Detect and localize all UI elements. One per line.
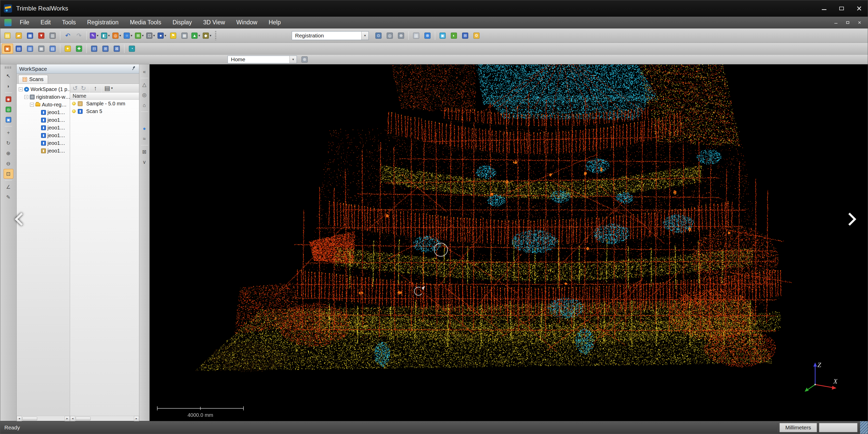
tree-item[interactable]: ▮jeoo1… (17, 132, 70, 139)
refine-registration-icon[interactable]: ⊕ (395, 31, 407, 41)
measure-tool-icon[interactable]: ∠ (4, 182, 13, 192)
scroll-right-button[interactable]: ► (65, 416, 70, 421)
menu-item-media-tools[interactable]: Media Tools (124, 19, 167, 26)
save-all-icon[interactable]: ▼ (36, 31, 47, 41)
menu-item-display[interactable]: Display (167, 19, 197, 26)
close-view-icon[interactable]: ⊠ (111, 43, 122, 54)
view-home-icon[interactable]: ⌂ (140, 100, 149, 110)
menu-item-help[interactable]: Help (263, 19, 286, 26)
tree-item[interactable]: ▮jeoo1… (17, 108, 70, 116)
view-mode-icon[interactable]: ▤▾ (103, 85, 114, 92)
orbit-tool-icon[interactable]: ↻ (4, 138, 13, 148)
target-marker-icon[interactable]: ◎ (4, 105, 13, 114)
tree-item[interactable]: −●WorkSpace (1 p… (17, 86, 70, 93)
registration-report-icon[interactable]: ▥ (410, 31, 422, 41)
split-vertical-icon[interactable]: ⊞ (100, 43, 111, 54)
collapse-panel-icon[interactable]: « (140, 67, 149, 76)
zoom-in-icon[interactable]: ⊕ (4, 148, 13, 158)
list-column-header-name[interactable]: Name (70, 93, 139, 100)
annotate-tool-icon[interactable]: ✎ (4, 192, 13, 202)
fit-geometry-icon[interactable]: ○▾ (122, 31, 134, 41)
georeferencing-icon[interactable]: ⊗ (422, 31, 433, 41)
pin-icon[interactable] (131, 66, 136, 72)
survey-tools-icon[interactable]: ⊞ (460, 31, 471, 41)
zoom-out-icon[interactable]: ⊖ (4, 159, 13, 168)
select-tool-icon[interactable]: ↖ (4, 71, 13, 81)
scroll-left-button[interactable]: ◄ (70, 416, 75, 421)
scroll-right-button[interactable]: ► (134, 416, 139, 421)
mdi-restore-button[interactable] (843, 19, 853, 26)
cone-tool-icon[interactable]: ▲▾ (190, 31, 202, 41)
target-register-icon[interactable]: ◎ (384, 31, 395, 41)
render-sphere-icon[interactable] (140, 113, 149, 123)
registration-combobox-dropdown-icon[interactable]: ▾ (361, 32, 368, 40)
redo-icon[interactable]: ↷ (73, 31, 85, 41)
target-analyzer-icon[interactable]: ◎▾ (111, 31, 122, 41)
tree-item[interactable]: ▮jeoo1… (17, 139, 70, 147)
3d-viewport[interactable]: 4000.0 mm Z X (150, 64, 868, 421)
resize-grip[interactable] (860, 421, 868, 434)
maximize-button[interactable] (833, 0, 850, 16)
mdi-close-button[interactable] (855, 19, 865, 26)
list-item[interactable]: ▮Scan 5 (70, 107, 139, 115)
segment-fence-icon[interactable]: ◗ (4, 81, 13, 91)
visibility-bulb-icon[interactable] (72, 109, 76, 113)
tab-scans[interactable]: Scans (18, 75, 48, 84)
auto-register-icon[interactable]: ⊙ (373, 31, 384, 41)
app-menu-icon[interactable] (4, 19, 11, 26)
go-up-icon[interactable]: ↑ (91, 85, 99, 92)
home-combobox[interactable]: Home ▾ (227, 56, 297, 63)
cloud-tools-icon[interactable]: ⊞▾ (134, 31, 145, 41)
segmentation-tool-icon[interactable]: ✎▾ (89, 31, 100, 41)
close-button[interactable] (850, 0, 868, 16)
scroll-thumb[interactable] (76, 417, 91, 421)
workspace-view-icon[interactable]: ▣ (2, 43, 13, 54)
save-project-icon[interactable]: ▦ (24, 31, 36, 41)
tree-expander-icon[interactable]: − (19, 88, 23, 91)
point-size-icon[interactable]: ● (140, 124, 149, 133)
scroll-left-button[interactable]: ◄ (17, 416, 22, 421)
nav-back-icon[interactable]: ↺ (71, 85, 79, 92)
menu-item-3d-view[interactable]: 3D View (197, 19, 231, 26)
pan-tool-icon[interactable]: + (4, 128, 13, 138)
more-tools-icon[interactable]: ∨ (140, 157, 149, 167)
3d-view-canvas[interactable] (150, 64, 868, 421)
menu-item-window[interactable]: Window (231, 19, 263, 26)
menu-item-edit[interactable]: Edit (35, 19, 57, 26)
layers-view-icon[interactable]: ▦ (36, 43, 47, 54)
view-config-icon[interactable]: ⊛ (299, 54, 310, 65)
tree-item[interactable]: −⊙rigistration-w… (17, 93, 70, 101)
nav-forward-icon[interactable]: ↻ (79, 85, 88, 92)
tree-expander-icon[interactable]: − (30, 103, 34, 107)
list-item[interactable]: ⌂Sample - 5.0 mm (70, 100, 139, 107)
display-mode-icon[interactable]: ◔ (126, 43, 137, 54)
view-top-icon[interactable]: △ (140, 80, 149, 90)
sampling-tool-icon[interactable]: ◧▾ (100, 31, 111, 41)
tree-expander-icon[interactable]: − (24, 95, 28, 99)
station-manager-icon[interactable]: ▣ (437, 31, 448, 41)
scroll-thumb[interactable] (22, 417, 37, 421)
image-marker-icon[interactable]: ▣ (4, 115, 13, 125)
images-view-icon[interactable]: ▥ (24, 43, 36, 54)
tree-item[interactable]: ▮jeoo1… (17, 116, 70, 124)
scan-explorer-icon[interactable]: ●▾ (156, 31, 167, 41)
add-annotation-icon[interactable]: ✚ (73, 43, 85, 54)
open-project-icon[interactable]: ▰ (13, 31, 24, 41)
list-horizontal-scrollbar[interactable]: ◄ ► (70, 416, 139, 421)
view-station-icon[interactable]: ◎ (140, 90, 149, 100)
cloud-density-icon[interactable]: ≈ (140, 134, 149, 143)
lock-view-icon[interactable]: ⊠ (140, 147, 149, 157)
tree-item[interactable]: −Auto-reg… (17, 101, 70, 108)
image-matching-icon[interactable]: ◐ (448, 31, 460, 41)
mdi-minimize-button[interactable] (831, 19, 841, 26)
tree-item[interactable]: ▮jeoo1… (17, 124, 70, 132)
home-combobox-dropdown-icon[interactable]: ▾ (289, 56, 297, 63)
options-wrench-icon[interactable]: ⚙ (471, 31, 482, 41)
new-project-icon[interactable]: ▤ (2, 31, 13, 41)
properties-view-icon[interactable]: ▧ (47, 43, 58, 54)
prism-tool-icon[interactable]: ◆▾ (202, 31, 213, 41)
undo-icon[interactable]: ↶ (62, 31, 73, 41)
zoom-window-icon[interactable]: ⊡ (4, 169, 13, 179)
print-icon[interactable]: ▥ (47, 31, 58, 41)
minimize-button[interactable] (815, 0, 833, 16)
